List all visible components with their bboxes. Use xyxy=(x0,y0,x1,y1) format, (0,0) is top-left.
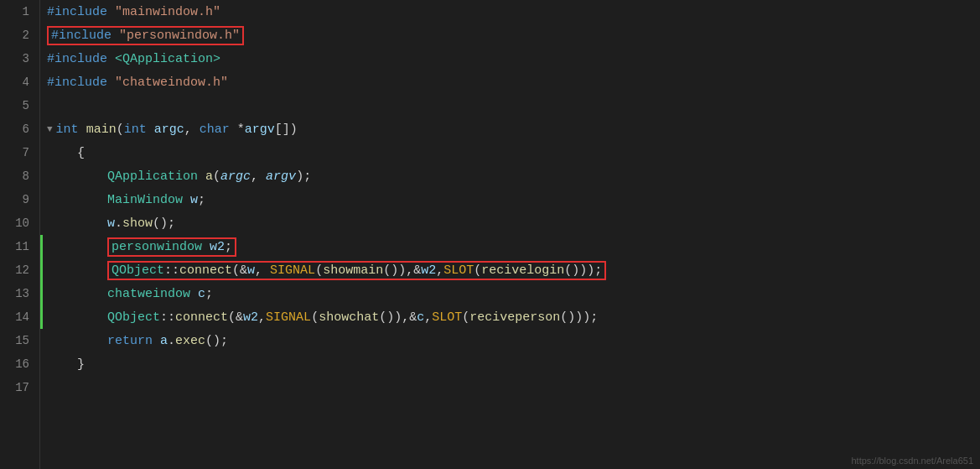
token-dot-10: . xyxy=(115,216,122,231)
code-line-17 xyxy=(40,376,980,399)
line-num-13: 13 xyxy=(7,282,29,305)
token-paren-12a: (& xyxy=(232,263,247,278)
token-comma-14a: , xyxy=(258,310,266,325)
token-semi-11: ; xyxy=(225,240,232,254)
token-signal-12: SIGNAL xyxy=(270,263,315,278)
token-paren-12d: ( xyxy=(474,263,481,278)
token-return-15: return xyxy=(107,334,160,348)
token-semi-9: ; xyxy=(198,193,205,207)
code-line-7: { xyxy=(40,141,980,164)
token-paren-14b: ( xyxy=(311,310,319,325)
code-line-14: QObject::connect(&w2,SIGNAL(showchat()),… xyxy=(40,305,980,329)
token-include-1: #include xyxy=(47,5,115,19)
token-indent-11 xyxy=(47,240,107,254)
token-comma-12b: ,& xyxy=(406,263,421,278)
line-num-12: 12 xyxy=(7,258,29,282)
token-slot2-14: SLOT xyxy=(432,310,462,325)
token-semi-13: ; xyxy=(205,287,213,301)
token-include-4: #include xyxy=(47,76,115,90)
token-w2-11: w2 xyxy=(210,240,225,254)
token-indent-9 xyxy=(47,193,107,207)
line-num-4: 4 xyxy=(7,70,29,94)
line-numbers: 1 2 3 4 5 6 7 8 9 10 11 12 13 14 15 16 1… xyxy=(0,0,40,469)
token-indent-13 xyxy=(47,287,107,301)
token-parens-12c: ()) xyxy=(383,263,406,278)
token-parens-14e: ())); xyxy=(560,310,598,325)
line-num-16: 16 xyxy=(7,352,29,376)
token-argc2-8: argc xyxy=(220,169,251,184)
code-line-8: QApplication a(argc, argv); xyxy=(40,164,980,188)
line-num-10: 10 xyxy=(7,211,29,235)
token-comma-12c: , xyxy=(436,263,443,278)
token-include-3: #include xyxy=(47,52,115,66)
token-char-6: char xyxy=(200,122,237,137)
collapse-arrow-6[interactable]: ▼ xyxy=(47,124,53,134)
token-qapp-8: QApplication xyxy=(107,169,205,184)
watermark: https://blog.csdn.net/Arela651 xyxy=(851,456,973,466)
token-slot-12: SLOT xyxy=(443,263,474,278)
token-indent-15 xyxy=(47,334,107,348)
line-num-11: 11 xyxy=(7,235,29,258)
token-recivelogin-12: recivelogin xyxy=(481,263,564,278)
token-reciveperson-14: reciveperson xyxy=(469,310,560,325)
token-a-8: a xyxy=(205,169,213,184)
token-signal2-14: SIGNAL xyxy=(266,310,311,325)
token-argc-6: argc xyxy=(154,122,184,137)
code-line-15: return a.exec(); xyxy=(40,329,980,352)
token-exec-15: exec xyxy=(175,334,205,348)
token-string-4: "chatweindow.h" xyxy=(115,76,228,90)
line-num-3: 3 xyxy=(7,47,29,70)
token-parens-12e: ())); xyxy=(564,263,602,278)
code-content: #include "mainwindow.h" #include "person… xyxy=(40,0,980,469)
token-brace-open-7: { xyxy=(47,146,85,160)
token-qobj2-14: QObject xyxy=(107,310,160,325)
line-num-1: 1 xyxy=(7,0,29,23)
token-parens-15: (); xyxy=(205,334,228,348)
line-num-14: 14 xyxy=(7,305,29,329)
code-line-12: QObject::connect(&w, SIGNAL(showmain()),… xyxy=(40,258,980,282)
token-string-2: "personwindow.h" xyxy=(119,29,240,43)
token-star-6: * xyxy=(237,122,245,137)
token-show-10: show xyxy=(122,216,153,231)
token-dot-15: . xyxy=(168,334,175,348)
token-chatwin-13: chatweindow xyxy=(107,287,198,301)
token-qobj-12: QObject xyxy=(111,263,164,278)
token-showmain-12: showmain xyxy=(323,263,383,278)
token-indent-14 xyxy=(47,310,107,325)
code-line-10: w.show(); xyxy=(40,211,980,235)
line-num-17: 17 xyxy=(7,376,29,399)
token-int2-6: int xyxy=(124,122,154,137)
code-line-9: MainWindow w; xyxy=(40,188,980,211)
line-num-7: 7 xyxy=(7,141,29,164)
line-num-5: 5 xyxy=(7,94,29,117)
token-comma2-8: , xyxy=(251,169,266,184)
token-parens-14c: ()) xyxy=(379,310,402,325)
token-include-2: #include xyxy=(51,29,119,43)
code-line-4: #include "chatweindow.h" xyxy=(40,70,980,94)
code-editor: 1 2 3 4 5 6 7 8 9 10 11 12 13 14 15 16 1… xyxy=(0,0,980,469)
token-showchat-14: showchat xyxy=(319,310,379,325)
token-string-1: "mainwindow.h" xyxy=(115,5,220,19)
token-paren-8a: ( xyxy=(213,169,220,184)
token-c-14: c xyxy=(417,310,424,325)
token-comma-14c: , xyxy=(424,310,432,325)
code-line-3: #include <QApplication> xyxy=(40,47,980,70)
code-line-11: personwindow w2; xyxy=(40,235,980,258)
token-paren-14d: ( xyxy=(462,310,469,325)
token-indent-8 xyxy=(47,169,107,184)
token-argv2-8: argv xyxy=(266,169,296,184)
line-num-2: 2 xyxy=(7,23,29,47)
token-comma-14b: ,& xyxy=(402,310,417,325)
token-w-9: w xyxy=(190,193,198,207)
code-line-1: #include "mainwindow.h" xyxy=(40,0,980,23)
token-argv-6: argv xyxy=(245,122,275,137)
token-connect-12: connect xyxy=(179,263,232,278)
code-line-6: ▼ int main(int argc, char *argv[]) xyxy=(40,117,980,141)
token-brace-close-16: } xyxy=(47,357,85,372)
token-w2-12: w2 xyxy=(421,263,436,278)
code-line-13: chatweindow c; xyxy=(40,282,980,305)
token-paren-12b: ( xyxy=(315,263,323,278)
line-num-6: 6 xyxy=(7,117,29,141)
token-personwin-11: personwindow xyxy=(111,240,210,254)
token-w2-10: w xyxy=(107,216,115,231)
